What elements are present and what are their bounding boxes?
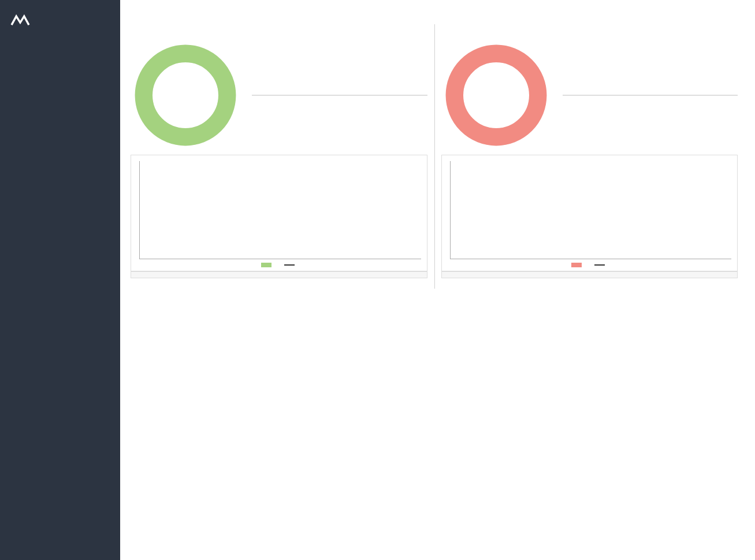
expense-kpi-box — [563, 95, 738, 96]
sidebar — [0, 0, 120, 560]
expenses-plot — [450, 161, 732, 259]
expenses-table-title — [441, 271, 738, 278]
incomes-legend — [137, 259, 421, 268]
incomes-section — [131, 35, 427, 289]
svg-point-3 — [454, 54, 537, 137]
expenses-bar-chart — [441, 155, 738, 271]
expense-donut-chart — [441, 40, 551, 150]
svg-point-1 — [144, 54, 227, 137]
income-donut-chart — [131, 40, 240, 150]
income-kpi-box — [252, 95, 427, 96]
incomes-table-title — [131, 271, 427, 278]
nav-menu — [0, 38, 120, 52]
logo-mark-icon — [10, 14, 30, 27]
expenses-section — [441, 35, 738, 289]
main-content — [120, 0, 755, 560]
expenses-legend — [448, 259, 732, 268]
incomes-bar-chart — [131, 155, 427, 271]
incomes-plot — [139, 161, 421, 259]
logo — [0, 0, 120, 38]
